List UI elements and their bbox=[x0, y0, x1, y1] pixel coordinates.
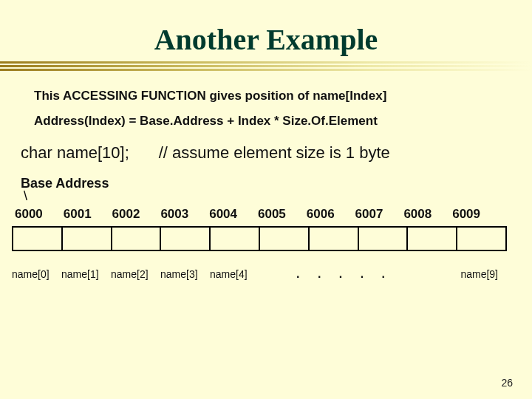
address-cell: 6001 bbox=[61, 207, 109, 222]
divider-bar bbox=[0, 61, 532, 64]
memory-cell bbox=[457, 228, 505, 250]
index-label: name[2] bbox=[111, 268, 160, 280]
memory-cell bbox=[161, 228, 211, 250]
index-label: name[3] bbox=[160, 268, 210, 280]
page-number: 26 bbox=[501, 377, 513, 389]
memory-cell bbox=[260, 228, 310, 250]
index-label-row: name[0] name[1] name[2] name[3] name[4] … bbox=[12, 267, 498, 281]
address-cell: 6006 bbox=[304, 207, 352, 222]
index-label: name[1] bbox=[61, 268, 111, 280]
index-label-last: name[9] bbox=[460, 268, 498, 280]
memory-cell bbox=[63, 228, 112, 250]
address-cell: 6008 bbox=[400, 207, 449, 222]
memory-boxes bbox=[12, 226, 507, 251]
memory-cell bbox=[211, 228, 260, 250]
address-cell: 6004 bbox=[206, 207, 255, 222]
memory-cell bbox=[359, 228, 409, 250]
address-cell: 6005 bbox=[255, 207, 304, 222]
text-line-2: Address(Index) = Base.Address + Index * … bbox=[34, 114, 498, 129]
address-cell: 6009 bbox=[449, 207, 498, 222]
address-cell: 6007 bbox=[352, 207, 401, 222]
divider-bar bbox=[0, 69, 532, 71]
memory-cell bbox=[310, 228, 359, 250]
ellipsis-dots: . . . . . bbox=[259, 267, 392, 281]
comment-text: // assume element size is 1 byte bbox=[159, 143, 390, 163]
address-cell: 6000 bbox=[12, 207, 61, 222]
memory-cell bbox=[13, 228, 63, 250]
index-label: name[0] bbox=[12, 268, 61, 280]
index-label: name[4] bbox=[210, 268, 259, 280]
memory-cell bbox=[408, 228, 457, 250]
address-cell: 6002 bbox=[109, 207, 158, 222]
content-area: This ACCESSING FUNCTION gives position o… bbox=[0, 72, 532, 281]
address-cell: 6003 bbox=[157, 207, 206, 222]
text-line-1: This ACCESSING FUNCTION gives position o… bbox=[34, 89, 498, 103]
address-row: 6000 6001 6002 6003 6004 6005 6006 6007 … bbox=[12, 207, 498, 222]
declaration-text: char name[10]; bbox=[21, 143, 129, 163]
code-row: char name[10]; // assume element size is… bbox=[21, 143, 498, 163]
slide-title: Another Example bbox=[0, 0, 532, 61]
memory-cell bbox=[112, 228, 162, 250]
divider-bar bbox=[0, 65, 532, 67]
